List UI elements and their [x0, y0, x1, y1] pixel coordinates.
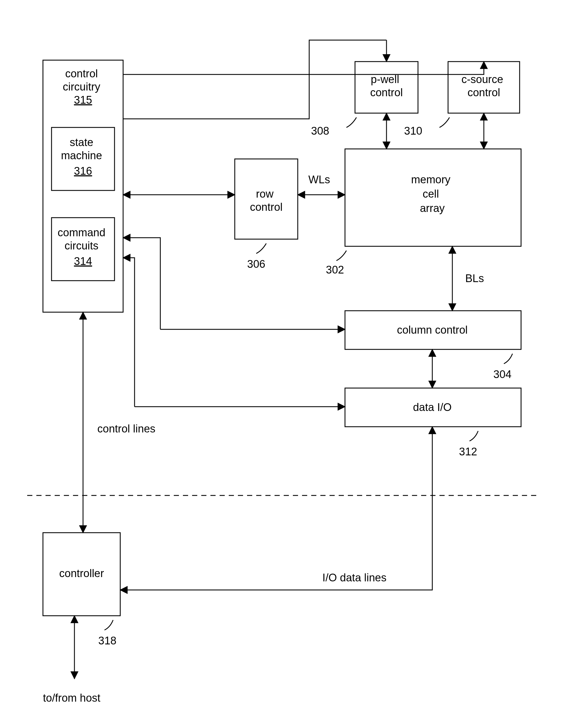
ref-306: 306 — [247, 243, 266, 270]
block-column-control: column control — [345, 311, 521, 349]
block-controller: controller — [43, 533, 120, 616]
block-row-control: row control — [235, 159, 298, 239]
label-bls: BLs — [465, 272, 484, 284]
svg-text:controller: controller — [59, 567, 104, 579]
conn-control-to-csource — [123, 62, 484, 74]
svg-text:302: 302 — [326, 264, 344, 276]
block-state-machine: state machine 316 — [52, 127, 115, 190]
label-control-circuitry-line2: circuitry — [63, 81, 100, 93]
svg-text:310: 310 — [404, 125, 422, 137]
svg-text:column control: column control — [397, 324, 467, 336]
label-control-circuitry-ref: 315 — [74, 94, 92, 106]
block-command-circuits: command circuits 314 — [52, 218, 115, 281]
ref-308: 308 — [311, 117, 356, 137]
block-pwell-control: p-well control — [355, 62, 418, 113]
ref-312: 312 — [459, 431, 478, 458]
label-io-data-lines: I/O data lines — [322, 572, 386, 584]
svg-text:data I/O: data I/O — [413, 401, 451, 413]
ref-310: 310 — [404, 117, 449, 137]
svg-text:312: 312 — [459, 446, 477, 458]
label-to-from-host: to/from host — [43, 692, 101, 704]
svg-text:318: 318 — [98, 635, 116, 647]
block-memory-cell-array: memory cell array — [345, 149, 521, 246]
svg-text:308: 308 — [311, 125, 329, 137]
ref-318: 318 — [98, 620, 116, 647]
ref-304: 304 — [493, 354, 512, 380]
conn-column-back — [123, 238, 160, 329]
label-wls: WLs — [308, 174, 330, 186]
conn-dataio-back — [123, 258, 135, 407]
block-data-io: data I/O — [345, 388, 521, 427]
conn-controller-dataio — [120, 427, 432, 590]
svg-text:306: 306 — [247, 258, 265, 270]
label-control-lines: control lines — [97, 423, 156, 435]
svg-text:304: 304 — [493, 368, 511, 380]
ref-302: 302 — [326, 251, 346, 276]
label-control-circuitry-line1: control — [65, 68, 98, 80]
